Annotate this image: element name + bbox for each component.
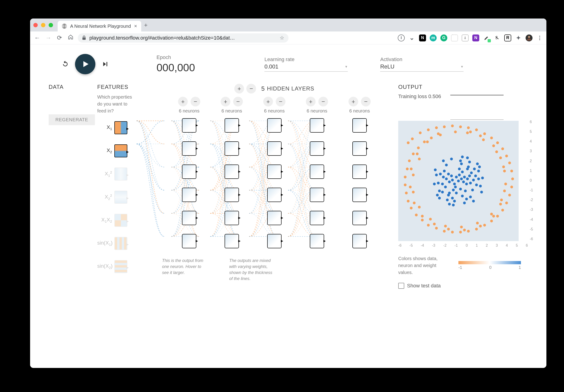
home-button[interactable] xyxy=(67,34,74,41)
activation-select[interactable]: ReLU ▼ xyxy=(380,63,464,72)
pocket-icon[interactable]: ⌄ xyxy=(409,34,415,41)
feature-item[interactable]: sin(X2) xyxy=(97,260,151,273)
data-point xyxy=(447,173,450,176)
data-point xyxy=(443,170,446,172)
feature-thumb[interactable] xyxy=(114,260,127,273)
neuron[interactable] xyxy=(310,141,324,156)
new-tab-button[interactable]: + xyxy=(144,22,147,29)
add-neuron-button[interactable]: + xyxy=(263,97,273,107)
data-point xyxy=(450,158,453,160)
feature-item[interactable]: sin(X1) xyxy=(97,237,151,250)
notion-icon[interactable]: N xyxy=(419,34,426,41)
remove-neuron-button[interactable]: − xyxy=(233,97,243,107)
step-button[interactable] xyxy=(100,59,110,69)
add-neuron-button[interactable]: + xyxy=(306,97,316,107)
feature-thumb[interactable] xyxy=(114,144,127,157)
feature-item[interactable]: X22 xyxy=(97,191,151,204)
tab-bar: A Neural Network Playground × + xyxy=(30,18,546,31)
learning-rate-select[interactable]: 0.001 ▼ xyxy=(264,63,348,72)
neuron[interactable] xyxy=(310,211,324,225)
add-layer-button[interactable]: + xyxy=(234,84,244,94)
ext-icon[interactable] xyxy=(451,34,458,41)
data-point xyxy=(475,128,478,131)
neuron[interactable] xyxy=(225,234,239,248)
feature-item[interactable]: X2 xyxy=(97,144,151,157)
url-field[interactable]: playground.tensorflow.org/#activation=re… xyxy=(78,33,288,42)
forward-button[interactable]: → xyxy=(44,34,52,41)
play-button[interactable] xyxy=(75,54,95,74)
data-point xyxy=(482,138,485,141)
profile-avatar[interactable] xyxy=(526,34,533,41)
neuron[interactable] xyxy=(352,118,367,133)
minimize-window-icon[interactable] xyxy=(41,23,45,27)
neuron[interactable] xyxy=(352,234,367,248)
remove-layer-button[interactable]: − xyxy=(246,84,256,94)
ext-icon[interactable]: m xyxy=(430,34,437,41)
remove-neuron-button[interactable]: − xyxy=(276,97,285,107)
ext-icon[interactable]: R xyxy=(504,34,511,41)
reload-button[interactable]: ⟳ xyxy=(56,34,63,41)
feature-thumb[interactable] xyxy=(114,168,127,180)
neuron[interactable] xyxy=(225,164,239,179)
neuron[interactable] xyxy=(267,234,282,248)
browser-tab[interactable]: A Neural Network Playground × xyxy=(58,21,141,31)
add-neuron-button[interactable]: + xyxy=(178,97,188,107)
colorpicker-icon[interactable] xyxy=(483,34,490,41)
extensions-menu-icon[interactable]: ✦ xyxy=(515,34,522,41)
output-scatter[interactable] xyxy=(398,121,519,241)
maximize-window-icon[interactable] xyxy=(49,23,53,27)
close-window-icon[interactable] xyxy=(33,23,38,27)
data-point xyxy=(461,171,464,173)
neuron[interactable] xyxy=(182,234,196,248)
neuron[interactable] xyxy=(267,141,282,156)
neuron[interactable] xyxy=(310,164,324,179)
grammarly-icon[interactable]: G xyxy=(440,34,447,41)
neuron[interactable] xyxy=(182,118,196,133)
neuron[interactable] xyxy=(352,188,367,202)
layer-label: 6 neurons xyxy=(307,108,327,114)
neuron[interactable] xyxy=(267,118,282,133)
close-tab-icon[interactable]: × xyxy=(134,23,137,29)
remove-neuron-button[interactable]: − xyxy=(361,97,371,107)
neuron[interactable] xyxy=(352,211,367,225)
show-test-checkbox[interactable] xyxy=(398,283,404,289)
feature-item[interactable]: X1X2 xyxy=(97,214,151,227)
neuron[interactable] xyxy=(182,164,196,179)
data-point xyxy=(477,177,480,180)
neuron[interactable] xyxy=(267,211,282,225)
neuron[interactable] xyxy=(310,188,324,202)
feature-thumb[interactable] xyxy=(114,191,127,204)
add-neuron-button[interactable]: + xyxy=(349,97,358,107)
ext-icon[interactable]: i xyxy=(398,34,405,41)
neuron[interactable] xyxy=(225,118,239,133)
feature-thumb[interactable] xyxy=(114,121,127,134)
kebab-menu-icon[interactable]: ⋮ xyxy=(536,34,543,41)
remove-neuron-button[interactable]: − xyxy=(191,97,200,107)
neuron[interactable] xyxy=(352,141,367,156)
feature-thumb[interactable] xyxy=(114,237,127,250)
neuron[interactable] xyxy=(182,211,196,225)
show-test-row[interactable]: Show test data xyxy=(398,283,528,289)
neuron[interactable] xyxy=(182,141,196,156)
add-neuron-button[interactable]: + xyxy=(221,97,230,107)
star-icon[interactable]: ☆ xyxy=(280,35,284,41)
neuron[interactable] xyxy=(352,164,367,179)
neuron[interactable] xyxy=(310,118,324,133)
reset-button[interactable] xyxy=(60,59,70,69)
feature-item[interactable]: X1 xyxy=(97,121,151,134)
neuron[interactable] xyxy=(267,164,282,179)
feature-thumb[interactable] xyxy=(114,214,127,227)
neuron[interactable] xyxy=(225,211,239,225)
neuron[interactable] xyxy=(225,188,239,202)
neuron[interactable] xyxy=(267,188,282,202)
remove-neuron-button[interactable]: − xyxy=(318,97,328,107)
onenote-icon[interactable]: N xyxy=(472,34,479,41)
neuron[interactable] xyxy=(225,141,239,156)
ext-icon[interactable]: ⇩ xyxy=(462,34,469,41)
feature-item[interactable]: X12 xyxy=(97,168,151,180)
neuron[interactable] xyxy=(182,188,196,202)
regenerate-button[interactable]: REGENERATE xyxy=(49,114,95,125)
back-button[interactable]: ← xyxy=(33,34,41,41)
neuron[interactable] xyxy=(310,234,324,248)
ext-icon[interactable]: S. xyxy=(494,34,501,41)
